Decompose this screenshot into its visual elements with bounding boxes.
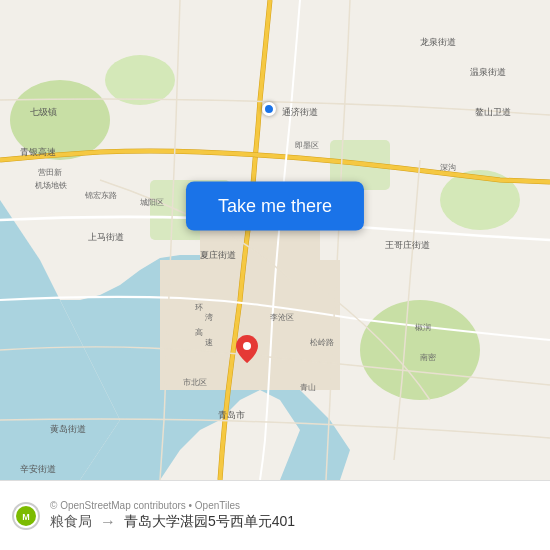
svg-text:辛安街道: 辛安街道 [20, 464, 56, 474]
svg-text:上马街道: 上马街道 [88, 232, 124, 242]
destination-pin [236, 335, 258, 363]
svg-text:湾: 湾 [205, 313, 213, 322]
footer-route-row: 粮食局 → 青岛大学湛园5号西单元401 [50, 513, 295, 531]
svg-text:南密: 南密 [420, 353, 436, 362]
svg-text:锦宏东路: 锦宏东路 [84, 191, 117, 200]
svg-rect-10 [160, 260, 340, 390]
origin-pin [262, 102, 276, 116]
map-container: 七级镇 龙泉街道 温泉街道 鳌山卫道 深沟 青银高速 营田新 机场地铁 锦宏东路… [0, 0, 550, 480]
arrow-right-icon: → [100, 513, 116, 531]
osm-logo: M [12, 502, 40, 530]
svg-text:环: 环 [195, 303, 203, 312]
svg-text:深沟: 深沟 [440, 163, 456, 172]
svg-text:松岭路: 松岭路 [310, 338, 334, 347]
svg-text:青岛市: 青岛市 [218, 410, 245, 420]
svg-text:即墨区: 即墨区 [295, 141, 319, 150]
source-location: 粮食局 [50, 513, 92, 531]
take-me-there-button[interactable]: Take me there [186, 182, 364, 231]
svg-text:青山: 青山 [300, 383, 316, 392]
svg-point-40 [243, 342, 251, 350]
svg-text:M: M [22, 512, 30, 522]
footer: M © OpenStreetMap contributors • OpenTil… [0, 480, 550, 550]
footer-info: © OpenStreetMap contributors • OpenTiles… [50, 500, 295, 531]
svg-text:龙泉街道: 龙泉街道 [420, 37, 456, 47]
svg-text:速: 速 [205, 338, 213, 347]
attribution-text: © OpenStreetMap contributors • OpenTiles [50, 500, 295, 511]
svg-text:七级镇: 七级镇 [30, 107, 57, 117]
svg-text:李沧区: 李沧区 [270, 313, 294, 322]
svg-text:营田新: 营田新 [38, 168, 62, 177]
svg-text:市北区: 市北区 [183, 378, 207, 387]
svg-text:王哥庄街道: 王哥庄街道 [385, 240, 430, 250]
svg-text:机场地铁: 机场地铁 [35, 181, 67, 190]
svg-text:青银高速: 青银高速 [20, 147, 56, 157]
svg-text:城阳区: 城阳区 [139, 198, 164, 207]
destination-location: 青岛大学湛园5号西单元401 [124, 513, 295, 531]
svg-text:椒涧: 椒涧 [415, 323, 431, 332]
svg-point-7 [105, 55, 175, 105]
svg-text:鳌山卫道: 鳌山卫道 [475, 107, 511, 117]
svg-text:温泉街道: 温泉街道 [470, 67, 506, 77]
svg-text:夏庄街道: 夏庄街道 [200, 250, 236, 260]
svg-text:通济街道: 通济街道 [282, 107, 318, 117]
svg-text:高: 高 [195, 328, 203, 337]
svg-text:黄岛街道: 黄岛街道 [50, 424, 86, 434]
